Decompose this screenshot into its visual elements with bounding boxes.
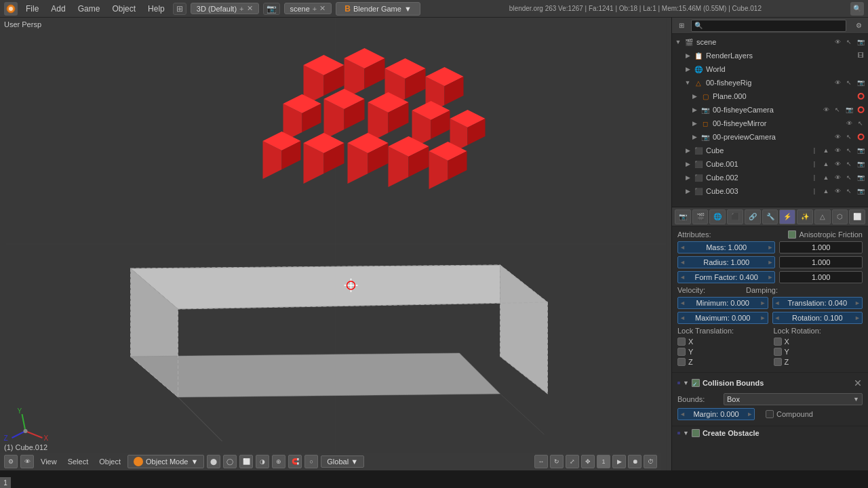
fisheyerig-render-icon[interactable]: 📷	[856, 78, 865, 87]
outliner-item-fisheyemirror[interactable]: ▶ ◻ 00-fisheyeMirror 👁 ↖	[672, 117, 868, 130]
lock-trans-y-checkbox[interactable]	[677, 348, 686, 356]
tab-constraints[interactable]: 🔗	[745, 209, 761, 224]
translate-icon[interactable]: ↔	[534, 455, 548, 468]
scene-restrict-view-icon[interactable]: 👁	[833, 37, 842, 47]
outliner-view-icon[interactable]: ⊞	[676, 20, 687, 31]
engine-selector[interactable]: B Blender Game ▼	[336, 2, 420, 16]
collision-bounds-checkbox[interactable]	[692, 379, 700, 387]
menu-object[interactable]: Object	[108, 3, 140, 15]
tab-object[interactable]: ⬛	[727, 209, 743, 224]
outliner-item-cube001[interactable]: ▶ ⬛ Cube.001 | ▲ 👁 ↖ 📷	[672, 157, 868, 171]
shading-wire-icon[interactable]: ◯	[223, 455, 237, 468]
scene-add-icon[interactable]: +	[313, 5, 317, 13]
outliner-item-previewcamera[interactable]: ▶ 📷 00-previewCamera 👁 ↖ ⭕	[672, 130, 868, 144]
tab-modifiers[interactable]: 🔧	[762, 209, 778, 224]
radius-field[interactable]: ◄ Radius: 1.000 ►	[677, 256, 775, 268]
menu-file[interactable]: File	[22, 3, 43, 15]
scale-icon[interactable]: ⤢	[566, 455, 579, 468]
bounds-selector[interactable]: Box ▼	[724, 393, 863, 405]
aniso-3-field[interactable]: 1.000	[779, 271, 863, 283]
cube-render-icon[interactable]: 📷	[856, 146, 865, 155]
cube003-select-icon[interactable]: ↖	[844, 186, 854, 196]
fisheyecamera-select-icon[interactable]: ↖	[833, 105, 842, 115]
cube001-mesh-icon[interactable]: ▲	[821, 159, 831, 169]
cube-mesh-icon[interactable]: ▲	[821, 146, 831, 155]
min-field[interactable]: ◄ Minimum: 0.000 ►	[677, 297, 768, 309]
collision-bounds-header[interactable]: ▼ Collision Bounds	[677, 375, 863, 390]
outliner-item-world[interactable]: ▶ 🌐 World	[672, 62, 868, 76]
workspace-close-icon[interactable]: ✕	[247, 4, 253, 13]
search-top-icon[interactable]: 🔍	[850, 2, 864, 16]
fisheyemirror-view-icon[interactable]: 👁	[844, 119, 854, 128]
workspace-add-icon[interactable]: +	[239, 5, 243, 13]
previewcamera-select-icon[interactable]: ↖	[844, 132, 854, 142]
lock-trans-x-checkbox[interactable]	[677, 338, 686, 346]
outliner-item-cube002[interactable]: ▶ ⬛ Cube.002 | ▲ 👁 ↖ 📷	[672, 171, 868, 184]
cube001-render-icon[interactable]: 📷	[856, 159, 865, 169]
scene-close-icon[interactable]: ✕	[319, 4, 326, 13]
menu-help[interactable]: Help	[144, 3, 169, 15]
scene-restrict-select-icon[interactable]: ↖	[844, 37, 854, 47]
cube-select-icon[interactable]: ↖	[844, 146, 854, 155]
tab-physics[interactable]: ⚡	[779, 209, 795, 224]
create-obstacle-header[interactable]: ▼ Create Obstacle	[677, 429, 863, 437]
outliner-item-plane000[interactable]: ▶ ▢ Plane.000 ⭕	[672, 89, 868, 103]
proportional-icon[interactable]: ○	[304, 455, 318, 468]
fisheyerig-select-icon[interactable]: ↖	[844, 78, 854, 87]
object-menu[interactable]: Object	[95, 456, 125, 467]
fisheyecamera-view-icon[interactable]: 👁	[821, 105, 831, 115]
menu-add[interactable]: Add	[47, 3, 69, 15]
aniso-1-field[interactable]: 1.000	[779, 241, 863, 253]
outliner-filter-icon[interactable]: ⚙	[853, 20, 864, 31]
form-factor-field[interactable]: ◄ Form Factor: 0.400 ►	[677, 271, 775, 283]
rotation-field[interactable]: ◄ Rotation: 0.100 ►	[772, 312, 863, 324]
cube003-view-icon[interactable]: 👁	[833, 186, 842, 196]
cube002-render-icon[interactable]: 📷	[856, 173, 865, 182]
tab-particles[interactable]: ✨	[797, 209, 813, 224]
cube003-render-icon[interactable]: 📷	[856, 186, 865, 196]
mode-selector[interactable]: Object Mode ▼	[127, 455, 204, 468]
select-menu[interactable]: Select	[64, 456, 93, 467]
aniso-2-field[interactable]: 1.000	[779, 256, 863, 268]
outliner-item-scene[interactable]: ▼ 🎬 scene 👁 ↖ 📷	[672, 35, 868, 49]
fisheyerig-view-icon[interactable]: 👁	[833, 78, 842, 87]
cube002-mesh-icon[interactable]: ▲	[821, 173, 831, 182]
ndof-icon[interactable]: ✥	[581, 455, 595, 468]
menu-game[interactable]: Game	[74, 3, 104, 15]
renderlayers-extra-icon[interactable]: 🎞	[856, 51, 865, 60]
snap-icon[interactable]: 🧲	[288, 455, 302, 468]
tab-render[interactable]: 📷	[675, 209, 691, 224]
outliner[interactable]: ⊞ 🔍 ⚙ ▼ 🎬 scene 👁 ↖ 📷	[672, 18, 868, 207]
game-icon[interactable]: ▶	[612, 455, 626, 468]
outliner-search[interactable]: 🔍	[691, 20, 846, 32]
outliner-item-cube[interactable]: ▶ ⬛ Cube | ▲ 👁 ↖ 📷	[672, 144, 868, 157]
translation-field[interactable]: ◄ Translation: 0.040 ►	[772, 297, 863, 309]
lock-trans-z-checkbox[interactable]	[677, 358, 686, 366]
shading-solid-icon[interactable]: ⬤	[207, 455, 220, 468]
outliner-item-renderlayers[interactable]: ▶ 📋 RenderLayers 🎞	[672, 49, 868, 62]
fisheyemirror-select-icon[interactable]: ↖	[856, 119, 865, 128]
anisotropic-checkbox[interactable]	[788, 230, 796, 239]
record-icon[interactable]: ⏺	[628, 455, 642, 468]
outliner-item-fisheyecamera[interactable]: ▶ 📷 00-fisheyeCamera 👁 ↖ 📷 ⭕	[672, 103, 868, 117]
cube003-mesh-icon[interactable]: ▲	[821, 186, 831, 196]
tab-material[interactable]: ⬡	[832, 209, 848, 224]
margin-field[interactable]: ◄ Margin: 0.000 ►	[677, 408, 755, 420]
cube002-view-icon[interactable]: 👁	[833, 173, 842, 182]
view-menu[interactable]: View	[37, 456, 61, 467]
viewport-camera-icon[interactable]: 👁	[20, 455, 34, 468]
mass-field[interactable]: ◄ Mass: 1.000 ►	[677, 241, 775, 253]
cube001-select-icon[interactable]: ↖	[844, 159, 854, 169]
previewcamera-render-icon[interactable]: ⭕	[856, 132, 865, 142]
tab-data[interactable]: △	[814, 209, 831, 224]
viewport-3d[interactable]: User Persp	[0, 18, 671, 470]
outliner-item-fisheyerig[interactable]: ▼ △ 00-fisheyeRig 👁 ↖ 📷	[672, 76, 868, 89]
viewport-options-icon[interactable]: ⚙	[4, 455, 18, 468]
pivot-icon[interactable]: ⊕	[272, 455, 285, 468]
tab-texture[interactable]: ⬜	[849, 209, 865, 224]
cube-view-icon[interactable]: 👁	[833, 146, 842, 155]
cube002-select-icon[interactable]: ↖	[844, 173, 854, 182]
outliner-item-cube003[interactable]: ▶ ⬛ Cube.003 | ▲ 👁 ↖ 📷	[672, 184, 868, 198]
layer1-icon[interactable]: 1	[597, 455, 610, 468]
shading-texture-icon[interactable]: ⬜	[239, 455, 253, 468]
